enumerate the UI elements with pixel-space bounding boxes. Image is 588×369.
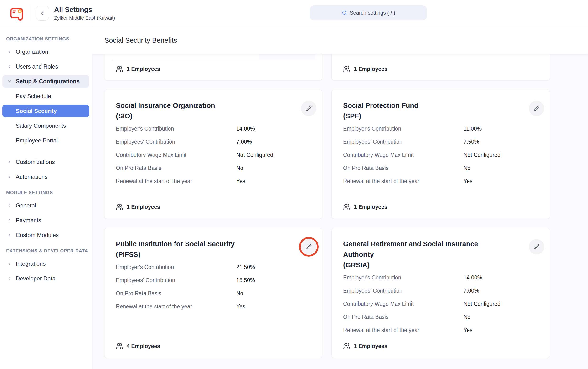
detail-row: On Pro Rata BasisNo <box>116 164 311 172</box>
employees-footer: 1 Employees <box>343 203 539 211</box>
detail-row: Contributory Wage Max LimitNot Configure… <box>343 300 539 308</box>
users-icon <box>343 203 350 211</box>
edit-button[interactable] <box>529 101 544 116</box>
settings-sidebar: ORGANIZATION SETTINGS Organization Users… <box>0 27 92 369</box>
search-icon <box>342 10 347 16</box>
detail-row: Renewal at the start of the yearYes <box>116 178 311 185</box>
detail-row: On Pro Rata BasisNo <box>343 313 539 320</box>
users-icon <box>116 342 123 350</box>
detail-row: Renewal at the start of the yearYes <box>343 327 539 334</box>
detail-row: Employer's Contribution11.00% <box>343 125 539 132</box>
chevron-left-icon <box>40 10 45 16</box>
chevron-right-icon <box>7 174 13 179</box>
employees-footer: 1 Employees <box>343 65 539 72</box>
search-placeholder: Search settings ( / ) <box>350 10 395 16</box>
card-sio: Social Insurance Organization (SIO) Empl… <box>104 90 322 219</box>
pencil-icon <box>306 105 312 112</box>
users-icon <box>116 65 123 72</box>
back-button[interactable] <box>36 6 49 20</box>
chevron-right-icon <box>7 64 13 69</box>
search-settings-input[interactable]: Search settings ( / ) <box>310 5 427 20</box>
edit-button[interactable] <box>529 239 544 255</box>
header-divider <box>29 5 30 21</box>
detail-row: Employees' Contribution7.00% <box>343 287 539 294</box>
chevron-right-icon <box>7 233 13 237</box>
scrolled-row-remnant <box>259 54 315 60</box>
detail-rows: Employer's Contribution14.00% Employees'… <box>116 125 311 191</box>
detail-row: Renewal at the start of the yearYes <box>343 178 539 185</box>
card-spf: Social Protection Fund (SPF) Employer's … <box>332 90 550 219</box>
card-divider <box>112 60 315 60</box>
detail-row: Employees' Contribution7.00% <box>116 138 311 145</box>
sidebar-item-custom-modules[interactable]: Custom Modules <box>2 229 89 241</box>
edit-button-highlighted[interactable] <box>301 239 316 255</box>
employees-footer: 1 Employees <box>116 65 311 72</box>
payroll-logo-icon[interactable] <box>9 5 26 22</box>
card-title: Social Insurance Organization (SIO) <box>116 100 283 121</box>
chevron-right-icon <box>7 49 13 54</box>
sidebar-item-organization[interactable]: Organization <box>2 46 89 58</box>
chevron-right-icon <box>7 203 13 208</box>
pencil-icon <box>306 244 312 250</box>
cards-grid: 1 Employees 1 Employees Social Insurance… <box>104 54 588 358</box>
sidebar-item-salary-components[interactable]: Salary Components <box>2 120 89 132</box>
users-icon <box>343 342 350 350</box>
sidebar-item-setup-configurations[interactable]: Setup & Configurations <box>2 75 89 88</box>
detail-row: Contributory Wage Max LimitNot Configure… <box>116 151 311 158</box>
card-title: Social Protection Fund (SPF) <box>343 100 510 121</box>
card-partial-right: 1 Employees <box>332 54 550 81</box>
section-module-settings: MODULE SETTINGS <box>6 190 92 195</box>
card-grsia: General Retirement and Social Insurance … <box>332 228 550 358</box>
employees-footer: 1 Employees <box>116 203 311 211</box>
organization-name: Zylker Middle East (Kuwait) <box>54 15 115 21</box>
sidebar-item-automations[interactable]: Automations <box>2 171 89 183</box>
chevron-right-icon <box>7 276 13 281</box>
detail-row: Employer's Contribution14.00% <box>343 274 539 281</box>
main-header: Social Security Benefits <box>92 27 588 54</box>
sidebar-item-general[interactable]: General <box>2 199 89 212</box>
detail-row: Employer's Contribution14.00% <box>116 125 311 132</box>
detail-rows: Employer's Contribution21.50% Employees'… <box>116 264 311 316</box>
card-partial-left: 1 Employees <box>104 54 322 81</box>
sidebar-item-users-and-roles[interactable]: Users and Roles <box>2 60 89 73</box>
sidebar-item-integrations[interactable]: Integrations <box>2 257 89 270</box>
employees-footer: 1 Employees <box>343 342 539 350</box>
page-title: Social Security Benefits <box>104 37 177 44</box>
detail-row: Renewal at the start of the yearYes <box>116 303 311 310</box>
main-content: 1 Employees 1 Employees Social Insurance… <box>92 54 588 369</box>
chevron-right-icon <box>7 160 13 164</box>
sidebar-item-customizations[interactable]: Customizations <box>2 156 89 168</box>
sidebar-item-developer-data[interactable]: Developer Data <box>2 272 89 285</box>
chevron-right-icon <box>7 261 13 266</box>
chevron-right-icon <box>7 218 13 223</box>
pencil-icon <box>533 105 540 112</box>
sidebar-item-payments[interactable]: Payments <box>2 214 89 226</box>
employees-footer: 4 Employees <box>116 342 311 350</box>
detail-row: On Pro Rata BasisNo <box>116 290 311 297</box>
header-title-block: All Settings Zylker Middle East (Kuwait) <box>54 5 115 21</box>
edit-button[interactable] <box>301 101 316 116</box>
detail-row: Employees' Contribution7.50% <box>343 138 539 145</box>
detail-rows: Employer's Contribution11.00% Employees'… <box>343 125 539 191</box>
detail-row: Employees' Contribution15.50% <box>116 277 311 284</box>
chevron-down-icon <box>7 79 13 84</box>
card-title: Public Institution for Social Security (… <box>116 239 283 260</box>
detail-row: On Pro Rata BasisNo <box>343 164 539 172</box>
section-extensions-developer-data: EXTENSIONS & DEVELOPER DATA <box>6 248 92 253</box>
pencil-icon <box>533 244 540 250</box>
topbar: All Settings Zylker Middle East (Kuwait)… <box>0 0 588 27</box>
users-icon <box>343 65 350 72</box>
sidebar-item-social-security[interactable]: Social Security <box>2 105 89 117</box>
page-header-title: All Settings <box>54 5 115 14</box>
card-pifss: Public Institution for Social Security (… <box>104 228 322 358</box>
section-organization-settings: ORGANIZATION SETTINGS <box>6 37 92 41</box>
detail-row: Contributory Wage Max LimitNot Configure… <box>343 151 539 158</box>
detail-row: Employer's Contribution21.50% <box>116 264 311 271</box>
users-icon <box>116 203 123 211</box>
detail-rows: Employer's Contribution14.00% Employees'… <box>343 274 539 340</box>
card-title: General Retirement and Social Insurance … <box>343 239 510 270</box>
sidebar-item-pay-schedule[interactable]: Pay Schedule <box>2 90 89 102</box>
sidebar-item-employee-portal[interactable]: Employee Portal <box>2 134 89 147</box>
